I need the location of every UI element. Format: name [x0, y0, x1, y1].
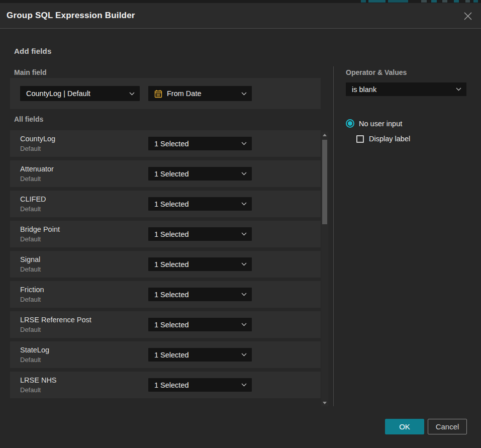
main-field-panel: CountyLog | Default From Date	[10, 78, 321, 109]
ok-button[interactable]: OK	[385, 419, 424, 434]
dialog-titlebar: Group SQL Expression Builder	[0, 3, 481, 29]
field-sublabel: Default	[20, 265, 41, 273]
field-selected-dropdown[interactable]: 1 Selected	[148, 197, 252, 211]
close-icon	[463, 12, 472, 21]
background-app-fragment	[465, 0, 470, 3]
field-name: CountyLog	[20, 135, 55, 143]
field-sublabel: Default	[20, 356, 41, 364]
cancel-button[interactable]: Cancel	[428, 419, 467, 434]
field-selected-value: 1 Selected	[154, 200, 237, 208]
main-field-select[interactable]: From Date	[148, 86, 252, 101]
field-name: Bridge Point	[20, 225, 60, 233]
field-selected-dropdown[interactable]: 1 Selected	[148, 227, 252, 241]
add-fields-heading: Add fields	[14, 47, 52, 55]
chevron-down-icon	[241, 232, 247, 236]
field-row: Attenuator Default 1 Selected	[10, 160, 321, 187]
scrollbar-up-arrow-icon[interactable]	[323, 134, 327, 136]
chevron-down-icon	[456, 87, 461, 91]
background-app-fragment	[368, 0, 386, 3]
field-sublabel: Default	[20, 386, 41, 394]
field-sublabel: Default	[20, 326, 41, 333]
chevron-down-icon	[241, 293, 247, 296]
chevron-down-icon	[241, 92, 247, 96]
all-fields-list: CountyLog Default 1 Selected Attenuator …	[10, 130, 321, 402]
group-sql-expression-builder-dialog: Group SQL Expression Builder Add fields …	[0, 3, 481, 448]
field-sublabel: Default	[20, 205, 41, 213]
background-app-fragment	[361, 0, 366, 3]
field-selected-value: 1 Selected	[154, 321, 237, 329]
background-app-fragment	[454, 0, 459, 3]
field-name: Friction	[20, 286, 44, 294]
chevron-down-icon	[241, 172, 247, 175]
field-sublabel: Default	[20, 235, 41, 243]
background-app-fragment	[388, 0, 408, 3]
display-label-checkbox[interactable]: Display label	[356, 135, 467, 143]
background-app-fragment	[431, 0, 437, 3]
chevron-down-icon	[129, 92, 135, 96]
operator-values-panel: Operator & Values is blank No user input…	[346, 68, 467, 143]
background-app-fragment	[442, 0, 447, 3]
operator-select[interactable]: is blank	[346, 82, 466, 96]
main-field-label: Main field	[14, 68, 47, 76]
field-row: CountyLog Default 1 Selected	[10, 130, 321, 157]
chevron-down-icon	[241, 353, 247, 356]
field-selected-dropdown[interactable]: 1 Selected	[148, 378, 252, 392]
field-row: Signal Default 1 Selected	[10, 251, 321, 278]
field-selected-dropdown[interactable]: 1 Selected	[148, 137, 252, 150]
field-selected-value: 1 Selected	[154, 351, 237, 359]
field-name: StateLog	[20, 346, 49, 354]
panel-divider	[333, 66, 334, 406]
main-layer-select[interactable]: CountyLog | Default	[20, 86, 140, 101]
field-sublabel: Default	[20, 145, 41, 152]
field-selected-value: 1 Selected	[154, 140, 237, 148]
field-name: CLIFED	[20, 195, 46, 203]
field-selected-dropdown[interactable]: 1 Selected	[148, 167, 252, 181]
field-row: LRSE Reference Post Default 1 Selected	[10, 311, 321, 338]
field-name: Signal	[20, 255, 40, 263]
field-row: StateLog Default 1 Selected	[10, 341, 321, 368]
operator-select-value: is blank	[352, 85, 452, 94]
no-user-input-label: No user input	[359, 120, 402, 128]
field-selected-dropdown[interactable]: 1 Selected	[148, 257, 252, 271]
field-name: LRSE NHS	[20, 376, 57, 384]
scrollbar-down-arrow-icon[interactable]	[323, 402, 327, 404]
field-name: Attenuator	[20, 165, 54, 173]
field-row: LRSE NHS Default 1 Selected	[10, 372, 321, 398]
field-name: LRSE Reference Post	[20, 316, 91, 324]
checkbox-unchecked-icon	[356, 135, 364, 143]
background-app-fragment	[421, 0, 427, 3]
field-selected-value: 1 Selected	[154, 230, 237, 238]
field-selected-value: 1 Selected	[154, 291, 237, 299]
chevron-down-icon	[241, 262, 247, 266]
field-row: Friction Default 1 Selected	[10, 281, 321, 308]
main-field-select-value: From Date	[167, 89, 237, 98]
field-selected-dropdown[interactable]: 1 Selected	[148, 318, 252, 331]
field-sublabel: Default	[20, 296, 41, 303]
dialog-title: Group SQL Expression Builder	[7, 11, 135, 21]
operator-values-heading: Operator & Values	[346, 68, 467, 76]
background-app-fragment	[473, 0, 478, 3]
field-selected-value: 1 Selected	[154, 381, 237, 389]
close-button[interactable]	[461, 9, 475, 23]
field-selected-dropdown[interactable]: 1 Selected	[148, 348, 252, 362]
main-layer-select-value: CountyLog | Default	[26, 89, 125, 98]
field-selected-dropdown[interactable]: 1 Selected	[148, 288, 252, 301]
scrollbar-thumb[interactable]	[322, 140, 327, 224]
no-user-input-radio[interactable]: No user input	[346, 119, 467, 128]
radio-selected-icon	[346, 119, 354, 128]
all-fields-label: All fields	[14, 115, 43, 123]
dialog-footer: OK Cancel	[385, 419, 467, 434]
fields-list-scrollbar[interactable]	[321, 132, 328, 406]
field-sublabel: Default	[20, 175, 41, 183]
field-selected-value: 1 Selected	[154, 170, 237, 178]
display-label-label: Display label	[369, 135, 410, 143]
field-selected-value: 1 Selected	[154, 260, 237, 268]
calendar-date-icon	[154, 89, 162, 98]
field-row: CLIFED Default 1 Selected	[10, 191, 321, 217]
chevron-down-icon	[241, 383, 247, 387]
chevron-down-icon	[241, 323, 247, 326]
chevron-down-icon	[241, 202, 247, 206]
field-row: Bridge Point Default 1 Selected	[10, 221, 321, 247]
chevron-down-icon	[241, 142, 247, 145]
